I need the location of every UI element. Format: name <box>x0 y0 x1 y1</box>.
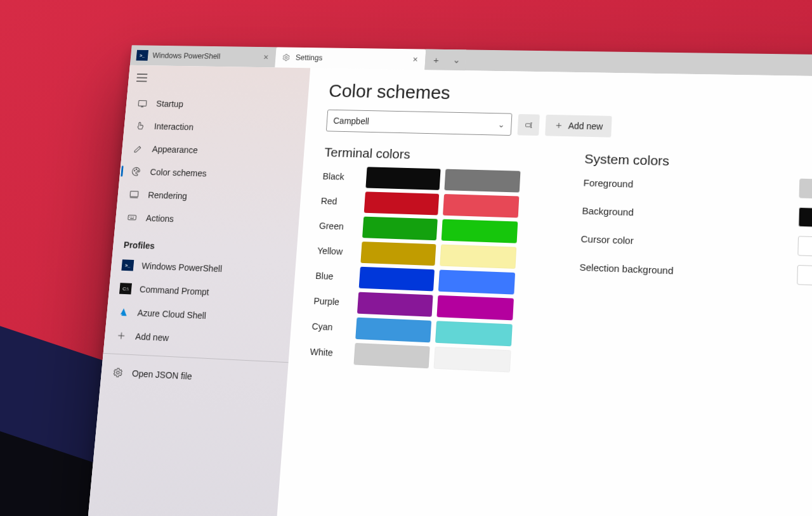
system-color-swatch[interactable] <box>798 207 812 229</box>
svg-point-7 <box>138 171 138 171</box>
system-color-swatch[interactable] <box>797 265 812 288</box>
terminal-color-label: White <box>310 347 350 359</box>
add-new-scheme-label: Add new <box>568 120 603 131</box>
rendering-icon <box>128 189 141 200</box>
startup-icon <box>136 98 149 108</box>
close-icon[interactable]: ✕ <box>410 55 419 64</box>
svg-point-0 <box>285 56 287 58</box>
rename-scheme-button[interactable] <box>518 114 540 136</box>
gear-icon <box>112 366 124 378</box>
sidebar-item-startup[interactable]: Startup <box>126 92 308 119</box>
profile-item-label: Azure Cloud Shell <box>137 307 207 321</box>
system-color-row: Background <box>582 201 812 229</box>
terminal-color-label: Red <box>320 196 360 207</box>
powershell-icon: >_ <box>121 259 134 271</box>
terminal-color-label: Black <box>322 171 362 182</box>
terminal-color-label: Green <box>319 221 358 232</box>
add-new-scheme-button[interactable]: Add new <box>545 115 612 138</box>
terminal-color-swatch-bright[interactable] <box>438 270 515 295</box>
terminal-color-swatch-bright[interactable] <box>442 219 518 243</box>
system-color-label: Cursor color <box>580 233 634 245</box>
sidebar-item-label: Add new <box>135 332 169 343</box>
terminal-color-label: Blue <box>315 271 355 282</box>
powershell-icon: >_ <box>136 50 148 61</box>
plus-icon: + <box>433 55 439 65</box>
terminal-color-swatch-dark[interactable] <box>357 292 433 317</box>
tab-settings[interactable]: Settings ✕ <box>275 47 426 70</box>
terminal-color-row: Green <box>318 215 543 244</box>
palette-icon <box>130 166 143 177</box>
svg-point-6 <box>136 169 136 169</box>
scheme-toolbar: Campbell ⌄ Add new <box>326 110 812 145</box>
chevron-down-icon: ⌄ <box>452 55 461 66</box>
terminal-color-swatch-dark[interactable] <box>362 217 438 241</box>
svg-rect-9 <box>128 215 136 220</box>
profile-item-label: Command Prompt <box>139 284 209 297</box>
settings-sidebar: Startup Interaction Appearance <box>87 65 310 516</box>
system-color-swatch[interactable] <box>799 179 812 200</box>
terminal-color-swatch-dark[interactable] <box>360 242 436 266</box>
command-prompt-icon: C:\ <box>119 283 132 294</box>
terminal-color-row: Red <box>320 190 545 219</box>
sidebar-item-label: Open JSON file <box>131 368 192 382</box>
system-color-label: Background <box>582 205 634 217</box>
plus-icon <box>115 330 128 342</box>
open-json-file-button[interactable]: Open JSON file <box>100 360 288 394</box>
terminal-colors-section: Terminal colors BlackRedGreenYellowBlueP… <box>310 145 547 374</box>
terminal-color-swatch-dark[interactable] <box>355 318 431 343</box>
terminal-color-swatch-dark[interactable] <box>353 343 429 368</box>
chevron-down-icon: ⌄ <box>497 120 505 129</box>
terminal-color-swatch-bright[interactable] <box>440 245 516 269</box>
system-color-row: Cursor color <box>580 229 812 259</box>
system-color-label: Foreground <box>583 177 633 189</box>
system-color-label: Selection background <box>579 261 674 276</box>
sidebar-item-label: Rendering <box>148 190 188 201</box>
appearance-icon <box>132 143 145 154</box>
terminal-color-swatch-bright[interactable] <box>435 321 513 346</box>
sidebar-item-label: Interaction <box>154 122 193 132</box>
terminal-color-swatch-bright[interactable] <box>436 295 514 321</box>
tab-label: Windows PowerShell <box>152 51 221 61</box>
svg-point-12 <box>117 371 120 374</box>
terminal-color-swatch-dark[interactable] <box>359 267 435 292</box>
close-icon[interactable]: ✕ <box>261 53 270 61</box>
terminal-color-swatch-bright[interactable] <box>434 347 511 373</box>
terminal-color-label: Purple <box>313 296 353 308</box>
terminal-color-swatch-dark[interactable] <box>364 191 440 215</box>
azure-icon <box>117 306 130 318</box>
system-color-row: Foreground <box>583 173 812 200</box>
sidebar-item-label: Startup <box>156 99 184 109</box>
system-color-row: Selection background <box>579 257 812 287</box>
terminal-color-label: Cyan <box>311 321 351 333</box>
system-color-swatch[interactable] <box>797 236 812 258</box>
svg-rect-13 <box>525 123 530 126</box>
hamburger-button[interactable] <box>128 68 310 95</box>
new-tab-button[interactable]: + <box>424 49 448 70</box>
scheme-select-value: Campbell <box>333 116 369 127</box>
svg-point-5 <box>134 170 134 171</box>
terminal-color-row: Yellow <box>317 240 542 270</box>
settings-main: Color schemes Campbell ⌄ Add new <box>275 68 812 516</box>
gear-icon <box>281 53 291 62</box>
system-colors-section: System colors ForegroundBackgroundCursor… <box>579 152 812 288</box>
interaction-icon <box>134 120 147 131</box>
tab-menu-button[interactable]: ⌄ <box>447 49 466 70</box>
page-title: Color schemes <box>328 81 812 112</box>
sidebar-item-label: Actions <box>145 213 174 224</box>
svg-rect-4 <box>138 101 147 106</box>
terminal-color-swatch-dark[interactable] <box>365 167 440 190</box>
scheme-select[interactable]: Campbell ⌄ <box>326 110 513 136</box>
profile-item-label: Windows PowerShell <box>141 261 223 274</box>
tab-powershell[interactable]: >_ Windows PowerShell ✕ <box>130 45 277 67</box>
terminal-color-swatch-bright[interactable] <box>444 169 520 193</box>
terminal-settings-window: >_ Windows PowerShell ✕ Settings ✕ + ⌄ <box>87 45 812 516</box>
terminal-color-row: Black <box>322 165 546 193</box>
terminal-colors-header: Terminal colors <box>324 145 547 165</box>
svg-rect-8 <box>130 191 138 197</box>
tab-label: Settings <box>296 53 323 62</box>
sidebar-item-label: Color schemes <box>150 167 207 179</box>
terminal-color-label: Yellow <box>317 245 357 257</box>
actions-icon <box>126 212 138 223</box>
system-colors-header: System colors <box>584 152 812 174</box>
terminal-color-swatch-bright[interactable] <box>443 194 519 217</box>
